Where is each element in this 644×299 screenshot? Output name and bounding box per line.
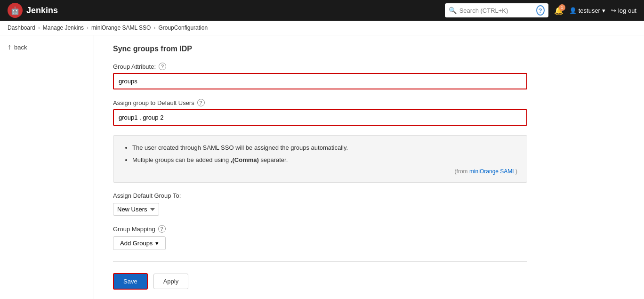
sidebar: ↑ back	[0, 35, 94, 299]
info-item-2: Multiple groups can be added using ,(Com…	[132, 155, 517, 165]
user-menu[interactable]: 👤 testuser ▾	[569, 7, 605, 14]
assign-group-help-icon[interactable]: ?	[197, 99, 205, 106]
group-mapping-help-icon[interactable]: ?	[158, 225, 166, 233]
section-title: Sync groups from IDP	[113, 45, 527, 53]
breadcrumb-dashboard[interactable]: Dashboard	[8, 24, 35, 31]
back-label: back	[14, 44, 27, 51]
breadcrumb-sep-1: ›	[38, 24, 40, 31]
assign-group-label-row: Assign group to Default Users ?	[113, 99, 527, 106]
info-list: The user created through SAML SSO will b…	[132, 143, 517, 164]
info-source: (from miniOrange SAML)	[123, 168, 517, 175]
info-box: The user created through SAML SSO will b…	[113, 135, 527, 183]
assign-default-group-select[interactable]: New Users	[113, 203, 159, 216]
user-label: testuser	[579, 7, 600, 14]
top-navigation: 🤖 Jenkins 🔍 ? 🔔 1 👤 testuser ▾ ↪ log out	[0, 0, 644, 21]
apply-button[interactable]: Apply	[153, 274, 189, 289]
breadcrumb: Dashboard › Manage Jenkins › miniOrange …	[0, 21, 644, 35]
miniorange-saml-link[interactable]: miniOrange SAML	[469, 168, 515, 175]
breadcrumb-manage-jenkins[interactable]: Manage Jenkins	[43, 24, 84, 31]
user-avatar-icon: 👤	[569, 7, 577, 14]
add-groups-chevron-icon: ▾	[155, 240, 159, 247]
group-mapping-label-row: Group Mapping ?	[113, 225, 527, 233]
search-input[interactable]	[459, 7, 533, 14]
info-item-1: The user created through SAML SSO will b…	[132, 143, 517, 153]
add-groups-button[interactable]: Add Groups ▾	[113, 236, 166, 250]
search-box[interactable]: 🔍 ?	[445, 3, 548, 17]
jenkins-logo-icon: 🤖	[8, 3, 23, 18]
back-arrow-icon: ↑	[8, 43, 11, 51]
group-attribute-label-row: Group Attribute: ?	[113, 63, 527, 70]
breadcrumb-current: GroupConfiguration	[158, 24, 208, 31]
group-mapping-label: Group Mapping	[113, 226, 155, 233]
notification-button[interactable]: 🔔 1	[554, 6, 564, 15]
group-attribute-input[interactable]	[113, 73, 527, 89]
save-button[interactable]: Save	[113, 273, 148, 290]
logout-button[interactable]: ↪ log out	[611, 7, 636, 14]
main-layout: ↑ back Sync groups from IDP Group Attrib…	[0, 35, 644, 299]
assign-group-label: Assign group to Default Users	[113, 99, 194, 106]
action-buttons: Save Apply	[113, 273, 527, 290]
divider	[113, 261, 527, 262]
search-icon: 🔍	[449, 7, 457, 14]
breadcrumb-miniorange[interactable]: miniOrange SAML SSO	[91, 24, 151, 31]
assign-group-input[interactable]	[113, 109, 527, 126]
topnav-left: 🤖 Jenkins	[8, 3, 58, 18]
topnav-right: 🔍 ? 🔔 1 👤 testuser ▾ ↪ log out	[445, 3, 636, 17]
app-title: Jenkins	[26, 6, 58, 16]
main-content: Sync groups from IDP Group Attribute: ? …	[94, 35, 546, 299]
user-chevron-icon: ▾	[602, 7, 605, 14]
breadcrumb-sep-2: ›	[87, 24, 89, 31]
search-help-button[interactable]: ?	[536, 5, 545, 16]
add-groups-label: Add Groups	[120, 240, 153, 247]
back-link[interactable]: ↑ back	[8, 43, 86, 51]
notification-badge: 1	[559, 4, 565, 11]
breadcrumb-sep-3: ›	[153, 24, 155, 31]
group-attribute-label: Group Attribute:	[113, 63, 156, 70]
group-attribute-help-icon[interactable]: ?	[159, 63, 166, 70]
logout-icon: ↪	[611, 7, 616, 14]
assign-default-group-label: Assign Default Group To:	[113, 192, 527, 199]
